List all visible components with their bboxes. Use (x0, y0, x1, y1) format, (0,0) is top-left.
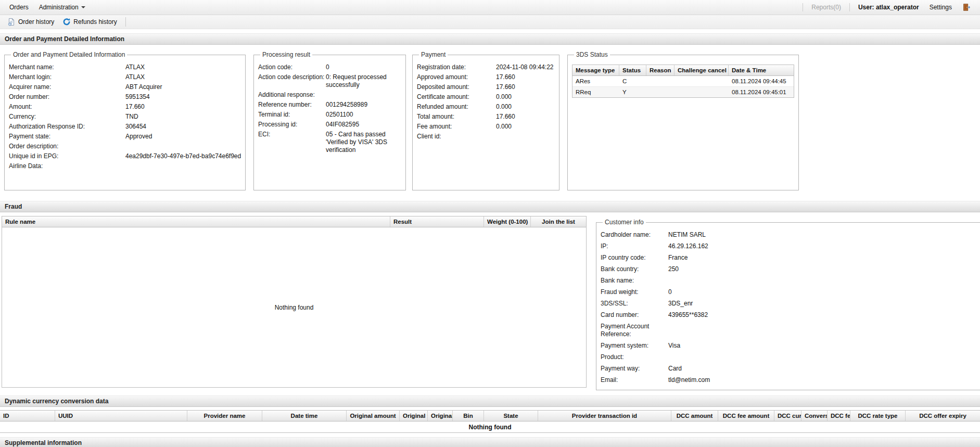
field-value: 02501100 (326, 111, 400, 119)
field-row: Deposited amount:17.660 (417, 83, 555, 91)
field-label: Bank name: (601, 277, 668, 285)
field-label: Currency: (9, 113, 125, 121)
table-row[interactable]: RReqY08.11.2024 09:45:01 (572, 87, 794, 97)
field-label: Merchant login: (9, 73, 125, 81)
field-value: Card (668, 365, 682, 373)
field-value: tld@netim.com (668, 376, 710, 384)
column-header: Status (619, 65, 646, 75)
field-value: 17.660 (496, 83, 515, 91)
column-header: Original amount (347, 411, 400, 421)
menu-bar: Orders Administration Reports(0) User: a… (0, 0, 980, 15)
dcc-empty-message: Nothing found (0, 422, 980, 432)
threeds-status-legend: 3DS Status (574, 51, 610, 58)
column-header: DCC fee amount (718, 411, 774, 421)
table-cell (646, 76, 674, 86)
processing-result-fields: Action code:0Action code description:0: … (258, 63, 401, 154)
order-history-button[interactable]: Order history (3, 17, 58, 27)
field-value: 17.660 (496, 113, 515, 121)
dcc-table: IDUUIDProvider nameDate timeOriginal amo… (0, 410, 980, 433)
field-label: Acquirer name: (9, 83, 125, 91)
table-header-row: Rule nameResultWeight (0-100)Join the li… (2, 216, 586, 227)
field-row: Bank country:250 (601, 265, 980, 273)
column-header: UUID (55, 411, 187, 421)
field-row: Payment state:Approved (9, 133, 241, 141)
field-label: Order description: (9, 143, 125, 150)
field-value: 0.000 (496, 123, 512, 131)
table-cell: C (619, 76, 646, 86)
field-value: 0.000 (496, 103, 512, 111)
table-row[interactable]: AResC08.11.2024 09:44:45 (572, 76, 794, 87)
dcc-table-header: IDUUIDProvider nameDate timeOriginal amo… (0, 411, 980, 422)
field-label: IP: (601, 242, 668, 250)
field-value: 0 (326, 63, 400, 71)
menu-orders[interactable]: Orders (4, 4, 34, 11)
column-header: DCC rate type (850, 411, 906, 421)
field-row: Amount:17.660 (9, 103, 241, 111)
order-info-fields: Merchant name:ATLAXMerchant login:ATLAXA… (9, 63, 241, 170)
field-label: Approved amount: (417, 73, 496, 81)
field-label: Total amount: (417, 113, 496, 121)
order-payment-panel: Order and Payment Detailed Information M… (0, 45, 980, 201)
field-value: 2024-11-08 09:44:22 (496, 63, 554, 71)
menu-settings[interactable]: Settings (924, 4, 957, 11)
column-header: Date time (262, 411, 347, 421)
field-row: ECI:05 - Card has passed 'Verified by VI… (258, 131, 401, 154)
toolbar: Order history Refunds history (0, 15, 980, 29)
field-row: Merchant login:ATLAX (9, 73, 241, 81)
field-row: Payment way:Card (601, 365, 980, 373)
field-label: Client id: (417, 133, 496, 141)
field-value: TND (125, 113, 138, 121)
field-value: 439655**6382 (668, 311, 708, 319)
field-row: Email:tld@netim.com (601, 376, 980, 384)
field-label: Unique id in EPG: (9, 152, 125, 160)
field-row: Fraud weight:0 (601, 288, 980, 296)
field-label: Payment way: (601, 365, 668, 373)
menubar-separator (803, 3, 803, 11)
field-label: Card number: (601, 311, 668, 319)
column-header: Reason (646, 65, 674, 75)
field-value: ATLAX (125, 63, 145, 71)
column-header: ID (0, 411, 55, 421)
column-header: State (484, 411, 538, 421)
field-row: Reference number:001294258989 (258, 101, 401, 109)
payment-group: Payment Registration date:2024-11-08 09:… (412, 51, 559, 190)
menu-administration[interactable]: Administration (34, 4, 91, 11)
fraud-empty-message: Nothing found (2, 227, 586, 387)
column-header: Date & Time (729, 65, 794, 75)
field-row: Action code description:0: Request proce… (258, 73, 401, 89)
field-label: Terminal id: (258, 111, 326, 119)
order-history-label: Order history (18, 18, 54, 25)
logout-button[interactable] (957, 3, 976, 11)
table-cell (674, 76, 729, 86)
payment-legend: Payment (419, 51, 448, 58)
order-info-group: Order and Payment Detailed Information M… (4, 51, 246, 190)
field-row: Card number:439655**6382 (601, 311, 980, 319)
field-row: Merchant name:ATLAX (9, 63, 241, 71)
refunds-history-icon (62, 18, 71, 26)
field-label: Action code: (258, 63, 326, 71)
field-value (326, 91, 400, 99)
field-row: Registration date:2024-11-08 09:44:22 (417, 63, 555, 71)
field-label: Order number: (9, 93, 125, 101)
field-label: Email: (601, 376, 668, 384)
field-label: Action code description: (258, 73, 326, 89)
field-value: 250 (668, 265, 679, 273)
field-row: Client id: (417, 133, 555, 141)
table-cell (646, 87, 674, 97)
field-value: ATLAX (125, 73, 145, 81)
fraud-table: Rule nameResultWeight (0-100)Join the li… (2, 216, 587, 388)
field-label: Payment Account Reference: (601, 323, 668, 338)
customer-info-legend: Customer info (603, 219, 646, 226)
field-row: Terminal id:02501100 (258, 111, 401, 119)
customer-info-group: Customer info Cardholder name:NETIM SARL… (596, 219, 980, 390)
field-label: Processing id: (258, 121, 326, 129)
column-header: DCC offer expiry (906, 411, 980, 421)
field-label: IP country code: (601, 254, 668, 262)
field-row: Fee amount:0.000 (417, 123, 555, 131)
logout-door-icon (962, 3, 971, 11)
threeds-table: Message typeStatusReasonChallenge cancel… (572, 65, 794, 98)
order-info-legend: Order and Payment Detailed Information (11, 51, 127, 58)
menu-reports[interactable]: Reports(0) (806, 4, 846, 11)
refunds-history-button[interactable]: Refunds history (58, 17, 121, 27)
section-order-payment: Order and Payment Detailed Information (0, 33, 980, 45)
